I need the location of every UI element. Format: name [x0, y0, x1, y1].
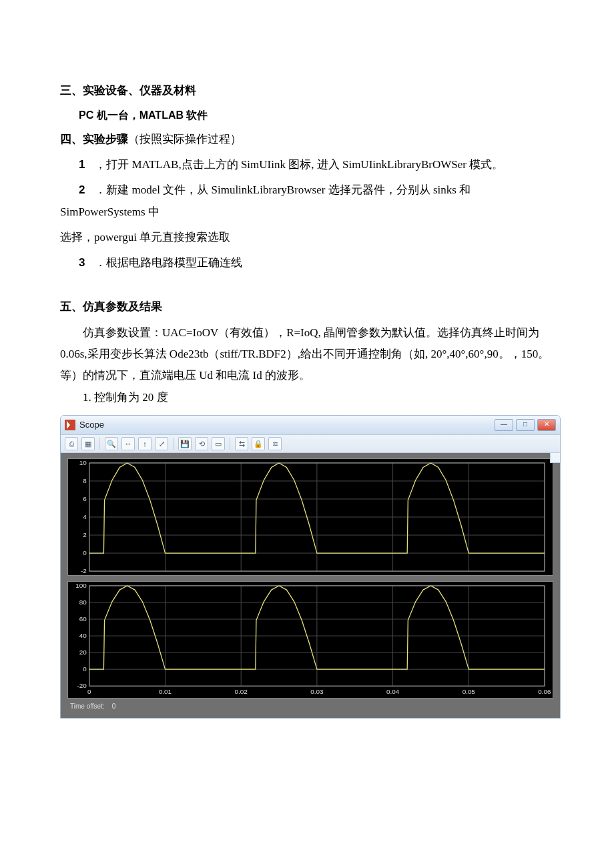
- params-icon[interactable]: ▦: [81, 437, 95, 450]
- axes-1-svg: -20246810: [68, 459, 553, 575]
- scope-toolbar-wrap: ⎙ ▦ 🔍 ↔ ↕ ⤢ 💾 ⟲ ▭ ⇆ 🔒 ≋: [61, 435, 560, 453]
- print-icon[interactable]: ⎙: [65, 437, 78, 450]
- minimize-button[interactable]: —: [495, 419, 513, 431]
- svg-text:2: 2: [83, 531, 86, 538]
- step-1-text: ，打开 MATLAB,点击上方的 SimUIink 图标, 进入 SimUIin…: [92, 158, 503, 171]
- svg-text:8: 8: [83, 477, 87, 484]
- axes-2[interactable]: -2002040608010000.010.020.030.040.050.06: [67, 581, 553, 699]
- section-4-heading-note: （按照实际操作过程）: [128, 133, 242, 145]
- section-3-subtext: PC 机一台，MATLAB 软件: [79, 105, 554, 125]
- svg-text:0.04: 0.04: [386, 688, 400, 695]
- svg-text:0.02: 0.02: [235, 688, 248, 695]
- step-3: 3 ．根据电路电路模型正确连线: [60, 252, 554, 274]
- save-icon[interactable]: 💾: [178, 437, 192, 450]
- svg-text:20: 20: [79, 648, 87, 656]
- svg-text:0: 0: [83, 665, 87, 673]
- zoom-x-icon[interactable]: ↔: [121, 437, 135, 450]
- matlab-icon: [65, 420, 75, 430]
- step-2-text: ．新建 model 文件，从 SimulinkLibraryBrowser 选择…: [60, 183, 471, 218]
- svg-text:0.03: 0.03: [310, 688, 324, 695]
- float-icon[interactable]: ▭: [212, 437, 225, 450]
- scope-titlebar[interactable]: Scope — □ ✕: [61, 416, 560, 435]
- svg-text:-2: -2: [81, 567, 87, 574]
- step-3-number: 3: [79, 252, 92, 274]
- axes-1[interactable]: -20246810: [67, 458, 553, 576]
- maximize-button[interactable]: □: [516, 419, 535, 431]
- scope-toolbar: ⎙ ▦ 🔍 ↔ ↕ ⤢ 💾 ⟲ ▭ ⇆ 🔒 ≋: [61, 435, 560, 453]
- axes-2-svg: -2002040608010000.010.020.030.040.050.06: [68, 582, 553, 698]
- svg-text:4: 4: [83, 513, 87, 520]
- step-2-cont: 选择，powergui 单元直接搜索选取: [60, 227, 554, 248]
- section-5-item1: 1. 控制角为 20 度: [60, 387, 554, 408]
- toolbar-corner-icon: [550, 453, 560, 463]
- svg-text:40: 40: [79, 632, 87, 639]
- time-offset-label: Time offset:: [70, 703, 105, 710]
- section-4-heading: 四、实验步骤: [60, 133, 128, 145]
- section-4-heading-line: 四、实验步骤（按照实际操作过程）: [60, 129, 554, 150]
- svg-text:60: 60: [79, 615, 87, 622]
- step-3-text: ．根据电路电路模型正确连线: [92, 256, 242, 269]
- close-button[interactable]: ✕: [537, 419, 556, 431]
- restore-icon[interactable]: ⟲: [195, 437, 208, 450]
- step-2: 2 ．新建 model 文件，从 SimulinkLibraryBrowser …: [60, 179, 554, 223]
- svg-text:100: 100: [75, 582, 87, 589]
- time-offset-value: 0: [112, 703, 116, 710]
- svg-text:0.05: 0.05: [463, 688, 476, 695]
- svg-text:0.01: 0.01: [159, 688, 172, 695]
- time-offset: Time offset: 0: [67, 699, 553, 715]
- scope-window: Scope — □ ✕ ⎙ ▦ 🔍 ↔ ↕ ⤢ 💾 ⟲ ▭ ⇆: [60, 415, 561, 719]
- zoom-in-icon[interactable]: 🔍: [105, 437, 118, 450]
- scope-title: Scope: [79, 417, 104, 434]
- svg-text:0: 0: [87, 688, 91, 695]
- section-5-para: 仿真参数设置：UAC=IoOV（有效值），R=IoQ, 晶闸管参数为默认值。选择…: [60, 322, 554, 387]
- svg-text:0.06: 0.06: [538, 688, 551, 695]
- sync-icon[interactable]: ⇆: [235, 437, 248, 450]
- svg-text:6: 6: [83, 495, 87, 502]
- signal-icon[interactable]: ≋: [268, 437, 282, 450]
- document-page: 三、实验设备、仪器及材料 PC 机一台，MATLAB 软件 四、实验步骤（按照实…: [0, 0, 614, 759]
- section-3-heading: 三、实验设备、仪器及材料: [60, 80, 554, 101]
- step-2-number: 2: [79, 179, 92, 201]
- svg-text:10: 10: [79, 459, 87, 466]
- svg-text:-20: -20: [77, 682, 87, 689]
- window-buttons: — □ ✕: [495, 419, 556, 431]
- autoscale-icon[interactable]: ⤢: [155, 437, 168, 450]
- lock-icon[interactable]: 🔒: [252, 437, 265, 450]
- step-1-number: 1: [79, 154, 92, 175]
- section-5-heading: 五、仿真参数及结果: [60, 296, 554, 318]
- svg-text:80: 80: [79, 598, 87, 606]
- zoom-y-icon[interactable]: ↕: [138, 437, 151, 450]
- svg-text:0: 0: [83, 549, 87, 556]
- step-1: 1 ，打开 MATLAB,点击上方的 SimUIink 图标, 进入 SimUI…: [60, 154, 554, 175]
- scope-plot-body: -20246810 -2002040608010000.010.020.030.…: [61, 453, 560, 718]
